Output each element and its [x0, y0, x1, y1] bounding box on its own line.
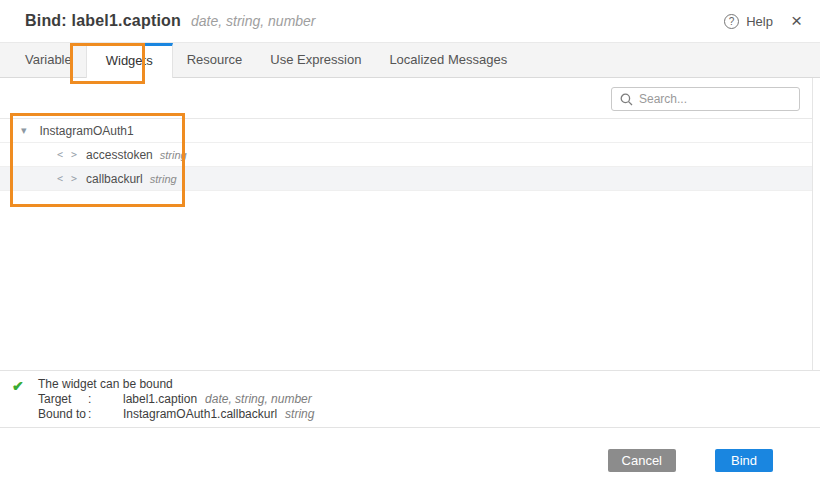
tab-variable[interactable]: Variable: [11, 43, 86, 77]
tab-variable-label: Variable: [25, 52, 72, 67]
status-boundto-value: InstagramOAuth1.callbackurl: [123, 407, 277, 422]
dialog-title-types: date, string, number: [191, 13, 316, 29]
tab-widgets[interactable]: Widgets: [86, 43, 173, 78]
tree-node-label: accesstoken: [86, 148, 153, 162]
tree-node-label: callbackurl: [86, 172, 143, 186]
bind-button[interactable]: Bind: [715, 449, 773, 472]
bind-dialog: Bind: label1.caption date, string, numbe…: [0, 0, 820, 486]
tab-bar: Variable Widgets Resource Use Expression…: [0, 43, 820, 78]
tree-node-label: InstagramOAuth1: [40, 124, 134, 138]
status-message: The widget can be bound: [38, 377, 314, 392]
search-icon: [620, 93, 633, 106]
tree-node-callbackurl[interactable]: callbackurl string: [0, 167, 812, 191]
code-brackets-icon: [57, 149, 78, 160]
status-target-value: label1.caption: [123, 392, 197, 407]
status-target-row: Target : label1.caption date, string, nu…: [38, 392, 314, 407]
widgets-panel: ▾ InstagramOAuth1 accesstoken string cal…: [0, 78, 813, 370]
widget-tree: ▾ InstagramOAuth1 accesstoken string cal…: [0, 118, 812, 191]
status-target-separator: :: [88, 392, 123, 407]
tree-node-type: string: [160, 149, 187, 161]
status-boundto-row: Bound to : InstagramOAuth1.callbackurl s…: [38, 407, 314, 422]
tab-localized-messages[interactable]: Localized Messages: [375, 43, 521, 77]
status-target-label: Target: [38, 392, 88, 407]
binding-status-bar: ✔ The widget can be bound Target : label…: [0, 370, 820, 428]
tree-node-instagramoauth1[interactable]: ▾ InstagramOAuth1: [0, 119, 812, 143]
caret-down-icon[interactable]: ▾: [21, 125, 27, 136]
status-boundto-separator: :: [88, 407, 123, 422]
tree-node-accesstoken[interactable]: accesstoken string: [0, 143, 812, 167]
binding-status-text: The widget can be bound Target : label1.…: [38, 377, 314, 427]
success-check-icon: ✔: [12, 378, 32, 427]
dialog-action-bar: Cancel Bind: [0, 429, 820, 486]
tree-node-type: string: [150, 173, 177, 185]
tab-widgets-label: Widgets: [106, 53, 153, 68]
dialog-title: Bind: label1.caption: [25, 12, 181, 30]
search-box: [611, 87, 800, 111]
tab-resource-label: Resource: [187, 52, 243, 67]
status-boundto-types: string: [285, 407, 314, 422]
cancel-button[interactable]: Cancel: [608, 449, 676, 472]
dialog-header: Bind: label1.caption date, string, numbe…: [0, 0, 820, 43]
search-input[interactable]: [639, 92, 794, 106]
help-icon[interactable]: ?: [724, 14, 739, 29]
code-brackets-icon: [57, 173, 78, 184]
status-boundto-label: Bound to: [38, 407, 88, 422]
help-link[interactable]: Help: [746, 14, 773, 29]
close-icon[interactable]: ×: [791, 13, 802, 29]
status-target-types: date, string, number: [205, 392, 312, 407]
tab-resource[interactable]: Resource: [173, 43, 257, 77]
tab-use-expression[interactable]: Use Expression: [256, 43, 375, 77]
tab-localized-messages-label: Localized Messages: [389, 52, 507, 67]
tab-use-expression-label: Use Expression: [270, 52, 361, 67]
header-actions: ? Help ×: [724, 13, 802, 29]
